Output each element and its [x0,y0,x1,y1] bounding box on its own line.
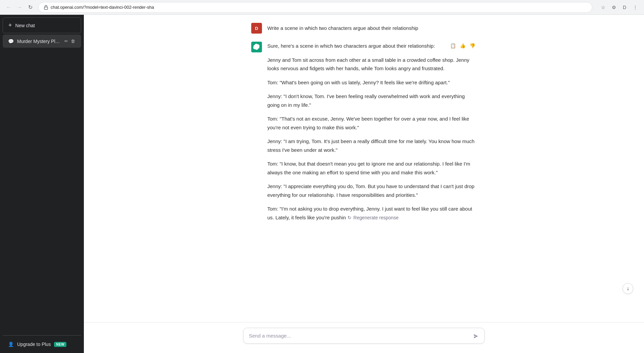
copy-button[interactable]: 📋 [449,42,457,50]
input-area [84,322,644,353]
ai-para-0: Jenny and Tom sit across from each other… [267,56,477,73]
thumbup-button[interactable]: 👍 [459,42,467,50]
ai-avatar [251,42,262,52]
ai-actions: 📋 👍 👎 [449,42,477,50]
ai-para-3: Tom: "That's not an excuse, Jenny. We've… [267,115,477,132]
thumbdown-icon: 👎 [470,43,475,48]
ai-content: Sure, here's a scene in which two charac… [267,42,477,222]
ai-para-5: Tom: "I know, but that doesn't mean you … [267,160,477,177]
ai-para-1: Tom: "What's been going on with us latel… [267,78,477,87]
sidebar-bottom: 👤 Upgrade to Plus NEW [3,335,81,350]
back-button[interactable]: ← [4,3,13,12]
chat-icon: 💬 [8,39,14,44]
ai-para-2: Jenny: "I don't know, Tom. I've been fee… [267,92,477,109]
user-avatar: D [251,23,262,34]
nav-buttons: ← → ↻ [4,3,35,12]
inline-regenerate[interactable]: ↻ Regenerate response [347,214,399,222]
ai-message: Sure, here's a scene in which two charac… [251,42,477,222]
inline-regen-label: Regenerate response [354,214,399,222]
delete-chat-button[interactable]: 🗑 [70,38,76,44]
edit-chat-button[interactable]: ✏ [64,38,69,44]
bookmark-star-button[interactable]: ☆ [598,3,608,12]
regen-spin-icon: ↻ [347,214,352,222]
user-message: D Write a scene in which two characters … [251,23,477,34]
upgrade-button[interactable]: 👤 Upgrade to Plus NEW [3,338,81,350]
forward-button[interactable]: → [15,3,24,12]
new-chat-label: New chat [15,23,35,28]
ai-para-6: Jenny: "I appreciate everything you do, … [267,182,477,199]
profile-button[interactable]: D [620,3,629,12]
new-chat-button[interactable]: + New chat [3,17,81,33]
ai-para-4: Jenny: "I am trying, Tom. It's just been… [267,137,477,154]
thumbup-icon: 👍 [460,43,466,48]
reload-button[interactable]: ↻ [25,3,35,12]
url-text: chat.openai.com/?model=text-davinci-002-… [51,5,587,10]
message-input[interactable] [243,328,485,344]
chevron-down-icon: ↓ [627,285,629,292]
chat-item[interactable]: 💬 Murder Mystery Plot. ✏ 🗑 [3,35,81,48]
main-content: D Write a scene in which two characters … [84,15,644,353]
copy-icon: 📋 [450,43,456,48]
user-message-text: Write a scene in which two characters ar… [267,23,418,32]
address-bar[interactable]: chat.openai.com/?model=text-davinci-002-… [38,2,592,13]
browser-chrome: ← → ↻ chat.openai.com/?model=text-davinc… [0,0,644,15]
plus-icon: + [8,22,12,29]
ai-para-7: Tom: "I'm not asking you to drop everyth… [267,205,477,222]
more-button[interactable]: ⋮ [631,3,640,12]
input-wrapper [243,328,485,345]
send-button[interactable] [471,332,481,341]
ai-text: Sure, here's a scene in which two charac… [267,42,477,222]
chat-list: 💬 Murder Mystery Plot. ✏ 🗑 [3,35,81,333]
new-badge: NEW [54,342,66,347]
thumbdown-button[interactable]: 👎 [468,42,477,50]
extensions-button[interactable]: ⚙ [609,3,619,12]
send-icon [473,334,479,339]
message-wrapper: D Write a scene in which two characters … [243,23,485,222]
chat-area: D Write a scene in which two characters … [84,15,644,310]
person-icon: 👤 [8,342,14,347]
app-container: + New chat 💬 Murder Mystery Plot. ✏ 🗑 👤 … [0,15,644,353]
ai-intro: Sure, here's a scene in which two charac… [267,42,477,50]
browser-actions: ☆ ⚙ D ⋮ [598,3,640,12]
lock-icon [44,5,48,10]
upgrade-label: Upgrade to Plus [17,342,51,347]
chat-item-label: Murder Mystery Plot. [17,39,60,44]
sidebar: + New chat 💬 Murder Mystery Plot. ✏ 🗑 👤 … [0,15,84,353]
chat-item-actions: ✏ 🗑 [64,38,76,44]
scroll-down-button[interactable]: ↓ [623,283,633,294]
svg-rect-0 [44,7,48,9]
